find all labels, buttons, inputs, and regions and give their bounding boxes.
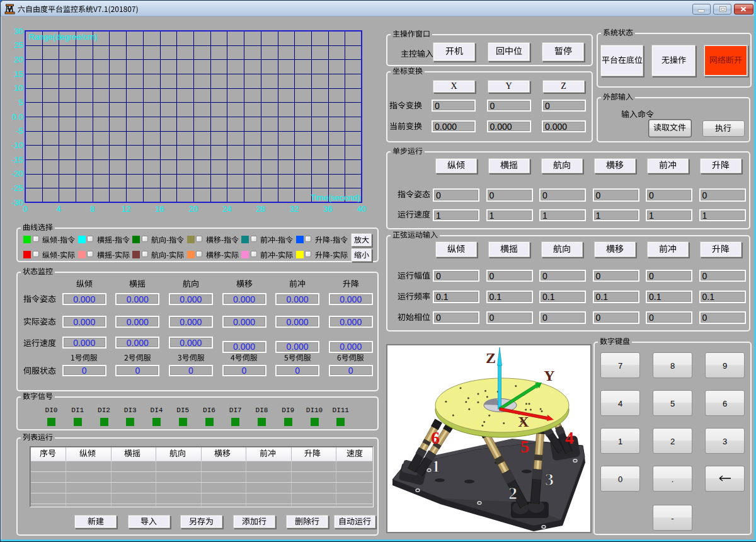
svg-text:2: 2 <box>508 483 517 503</box>
svg-text:0: 0 <box>23 204 27 214</box>
svg-text:6: 6 <box>431 428 440 447</box>
svg-text:20: 20 <box>189 204 198 214</box>
svg-text:25: 25 <box>14 40 23 50</box>
svg-text:-10: -10 <box>11 141 23 150</box>
svg-text:8: 8 <box>90 204 94 214</box>
svg-text:0.0: 0.0 <box>12 112 23 122</box>
svg-text:-30: -30 <box>11 198 23 207</box>
svg-text:24: 24 <box>222 204 231 214</box>
svg-text:Range(degree/cm): Range(degree/cm) <box>29 32 97 42</box>
svg-text:10: 10 <box>14 83 23 93</box>
svg-text:-5: -5 <box>16 126 23 136</box>
svg-text:-20: -20 <box>11 169 23 178</box>
svg-text:-25: -25 <box>11 183 23 193</box>
svg-text:4: 4 <box>565 428 574 447</box>
svg-text:16: 16 <box>155 204 164 214</box>
svg-text:Time(second): Time(second) <box>311 193 360 202</box>
svg-text:20: 20 <box>14 55 23 64</box>
svg-text:Z: Z <box>486 350 496 366</box>
svg-text:X: X <box>518 413 529 430</box>
svg-text:Y: Y <box>544 367 554 384</box>
svg-text:32: 32 <box>290 204 299 214</box>
svg-text:15: 15 <box>14 69 23 79</box>
svg-text:3: 3 <box>545 470 554 489</box>
svg-text:5: 5 <box>19 98 23 107</box>
svg-text:12: 12 <box>122 204 130 214</box>
svg-text:30: 30 <box>14 26 23 36</box>
svg-text:5: 5 <box>520 437 529 456</box>
svg-text:36: 36 <box>323 204 332 214</box>
svg-text:4: 4 <box>57 204 61 214</box>
svg-text:40: 40 <box>357 204 366 214</box>
svg-text:1: 1 <box>432 456 440 476</box>
svg-text:-15: -15 <box>11 155 23 164</box>
svg-text:28: 28 <box>256 204 265 214</box>
